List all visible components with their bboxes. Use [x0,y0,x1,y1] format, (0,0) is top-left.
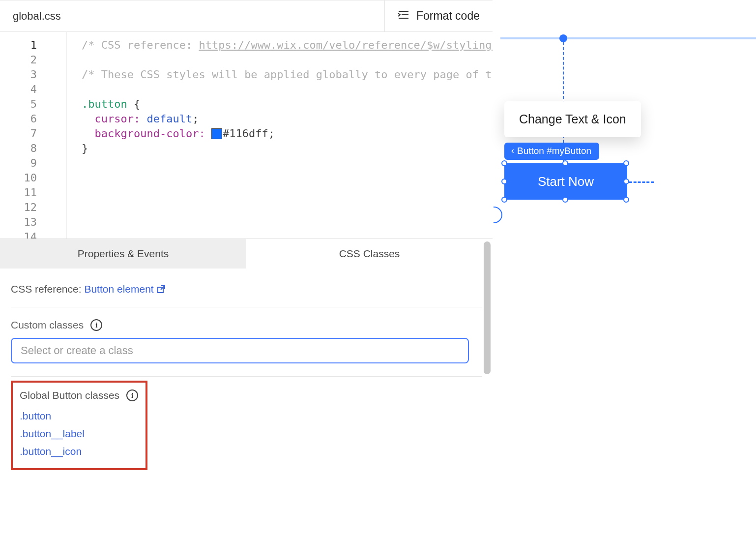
resize-handle[interactable] [562,160,568,166]
resize-handle[interactable] [623,197,629,203]
code-brace: } [82,142,88,154]
resize-handle[interactable] [562,197,568,203]
code-text[interactable]: /* CSS reference: https://www.wix.com/ve… [67,32,493,239]
ruler [500,37,756,39]
line-number: 14 [0,230,37,239]
info-icon[interactable]: i [126,389,138,401]
global-classes-heading: Global Button classes [20,389,119,401]
global-class-item[interactable]: .button__icon [20,443,139,460]
editor-header: global.css Format code [0,0,493,32]
code-property: cursor: [95,113,141,125]
format-icon [398,9,409,23]
chevron-left-icon: ‹ [511,146,514,156]
divider [11,376,482,377]
line-number: 1 [0,38,37,53]
line-number: 10 [0,171,37,185]
tab-css-classes[interactable]: CSS Classes [246,239,493,269]
start-now-button[interactable]: Start Now [504,163,627,200]
code-area[interactable]: 1 2 3 4 5 6 7 8 9 10 11 12 13 14 /* CSS … [0,32,493,239]
info-icon[interactable]: i [90,319,102,331]
tab-properties-events[interactable]: Properties & Events [0,239,246,269]
code-editor-panel: global.css Format code 1 2 3 4 5 6 7 8 9 [0,0,493,538]
line-number: 2 [0,53,37,67]
measure-line [629,181,654,183]
properties-panel: Properties & Events CSS Classes CSS refe… [0,239,493,480]
change-text-icon-popup[interactable]: Change Text & Icon [504,101,641,137]
panel-tabs: Properties & Events CSS Classes [0,239,493,269]
global-class-item[interactable]: .button__label [20,425,139,443]
code-comment: /* These CSS styles will be applied glob… [82,68,493,81]
file-tab[interactable]: global.css [0,0,74,31]
side-handle[interactable] [494,207,502,223]
element-breadcrumb-chip[interactable]: ‹ Button #myButton [504,143,599,160]
custom-classes-input[interactable]: Select or create a class [11,338,469,363]
line-number: 5 [0,97,37,112]
global-class-item[interactable]: .button [20,407,139,425]
css-reference-link[interactable]: Button element [84,283,165,295]
css-reference-row: CSS reference: Button element [11,278,482,307]
line-number: 11 [0,185,37,200]
code-link[interactable]: https://www.wix.com/velo/reference/$w/st… [199,39,493,51]
resize-handle[interactable] [501,179,507,184]
preview-canvas[interactable]: Change Text & Icon ‹ Button #myButton St… [494,0,756,538]
line-number: 3 [0,67,37,82]
code-comment: /* CSS reference: https://www.wix.com/ve… [82,39,493,51]
line-number: 6 [0,112,37,126]
line-number: 4 [0,82,37,97]
line-number: 9 [0,156,37,171]
resize-handle[interactable] [501,160,507,166]
format-code-label: Format code [416,9,480,23]
custom-classes-label: Custom classes i [11,307,482,338]
line-number: 8 [0,141,37,156]
scrollbar[interactable] [484,241,491,374]
line-number: 7 [0,126,37,141]
code-value: #116dff [223,127,268,140]
code-value: default [146,113,192,125]
resize-handle[interactable] [623,160,629,166]
global-button-classes-box: Global Button classes i .button .button_… [11,381,147,470]
code-property: background-color: [95,127,205,140]
resize-handle[interactable] [623,179,629,184]
color-swatch[interactable] [212,129,222,139]
resize-handle[interactable] [501,197,507,203]
line-gutter: 1 2 3 4 5 6 7 8 9 10 11 12 13 14 [0,32,67,239]
external-link-icon [157,283,166,295]
format-code-button[interactable]: Format code [384,0,493,31]
line-number: 13 [0,215,37,230]
line-number: 12 [0,200,37,215]
code-selector: .button [82,98,127,110]
ruler-marker[interactable] [559,34,567,42]
